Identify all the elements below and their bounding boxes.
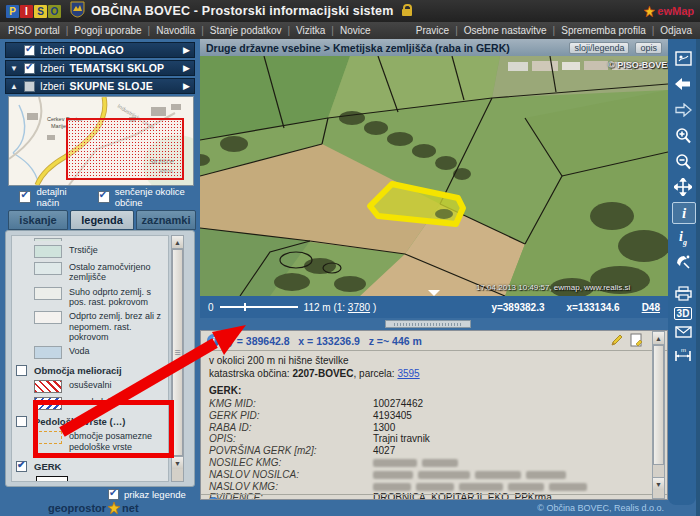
title-bar: P I S O OBČINA BOVEC - Prostorski inform… bbox=[0, 0, 700, 22]
breadcrumb: Druge državne vsebine > Kmetijska zemlji… bbox=[206, 42, 510, 54]
accordion-tematski-sklop[interactable]: ▼ Izberi TEMATSKI SKLOP ▶ bbox=[5, 60, 195, 76]
tematski-checkbox[interactable] bbox=[24, 63, 35, 74]
gerk-pid-value: 4193405 bbox=[373, 410, 412, 421]
povrsina-value: 4027 bbox=[373, 445, 395, 456]
scale-bar: 0 112 m (1: 3780 ) y=389382.3 x=133134.6… bbox=[200, 296, 668, 318]
description-button[interactable]: opis bbox=[635, 42, 662, 54]
pedoloske-checkbox[interactable] bbox=[16, 416, 27, 427]
map-copyright: © PISO-BOVEC bbox=[608, 60, 674, 70]
legend-group-gerk: GERK bbox=[16, 461, 166, 472]
legend-item: Voda bbox=[34, 346, 166, 359]
pan-tool[interactable] bbox=[672, 177, 694, 197]
ewmap-star-icon bbox=[644, 6, 655, 17]
scroll-down-icon[interactable]: ▼ bbox=[172, 456, 183, 469]
legend-item: Suho odprto zemlj. s pos. rast. pokrovom bbox=[34, 287, 166, 308]
podlago-checkbox[interactable] bbox=[24, 45, 35, 56]
opis-value: Trajni travnik bbox=[373, 433, 430, 444]
report-note-icon[interactable] bbox=[630, 333, 643, 349]
legend-scrollbar[interactable]: ▲ ☰ ▼ bbox=[171, 235, 184, 482]
edit-pencil-icon[interactable] bbox=[610, 333, 624, 349]
menu-navodila[interactable]: Navodila bbox=[156, 25, 210, 36]
menu-right-group: Pravice Osebne nastavitve Sprememba prof… bbox=[416, 25, 692, 36]
map-options: detajlni način senčenje okolice občine bbox=[8, 189, 196, 205]
detail-mode-checkbox[interactable] bbox=[19, 191, 31, 203]
scroll-down-icon[interactable]: ▼ bbox=[653, 477, 664, 490]
scroll-up-icon[interactable]: ▲ bbox=[172, 236, 183, 249]
scroll-up-icon[interactable]: ▲ bbox=[653, 332, 664, 345]
legend-swatch bbox=[34, 245, 62, 258]
accordion-podlago[interactable]: Izberi PODLAGO ▶ bbox=[5, 42, 195, 58]
expand-right-icon[interactable]: ▶ bbox=[183, 81, 190, 91]
tab-legenda[interactable]: legenda bbox=[70, 210, 134, 230]
map-breadcrumb-bar: Druge državne vsebine > Kmetijska zemlji… bbox=[200, 39, 668, 56]
info-icon: i bbox=[207, 334, 220, 347]
collapse-icon[interactable]: ▼ bbox=[10, 64, 19, 73]
datum-link[interactable]: D48 bbox=[642, 302, 660, 313]
menu-odjava[interactable]: Odjava bbox=[660, 25, 692, 36]
scrollbar-thumb[interactable]: ☰ bbox=[172, 249, 183, 456]
gps-tool[interactable] bbox=[672, 252, 694, 272]
mail-tool[interactable] bbox=[672, 322, 694, 342]
parcel-link[interactable]: 3595 bbox=[397, 368, 419, 379]
gerk-checkbox[interactable] bbox=[16, 461, 27, 472]
legend-swatch bbox=[34, 262, 62, 275]
redacted-value bbox=[373, 481, 592, 492]
info-scrollbar[interactable]: ▲ ▼ bbox=[652, 331, 665, 499]
layers-legend-button[interactable]: sloji/legenda bbox=[569, 42, 629, 54]
measure-tool[interactable]: m bbox=[672, 345, 694, 365]
tab-iskanje[interactable]: iskanje bbox=[8, 210, 68, 230]
show-legend-checkbox[interactable] bbox=[108, 489, 119, 500]
back-arrow-tool[interactable] bbox=[672, 74, 694, 94]
cursor-y-coordinate: y=389382.3 bbox=[491, 302, 544, 313]
panel-splitter[interactable] bbox=[385, 320, 471, 328]
minimap-extent-rectangle[interactable] bbox=[67, 119, 183, 179]
clicked-coordinates: y = 389642.8 x = 133236.9 z =~ 446 m bbox=[228, 335, 422, 347]
ewmap-logo: ewMap bbox=[644, 5, 694, 17]
menu-stanje-podatkov[interactable]: Stanje podatkov bbox=[210, 25, 296, 36]
identify-tool[interactable]: i bbox=[672, 202, 696, 224]
legend-swatch bbox=[34, 287, 62, 300]
piso-logo: P bbox=[6, 5, 19, 18]
scale-line bbox=[220, 306, 298, 308]
scrollbar-thumb[interactable] bbox=[653, 345, 664, 465]
legend-item: območje posamezne pedološke vrste bbox=[34, 431, 166, 452]
redacted-value bbox=[373, 457, 463, 468]
skupni-checkbox[interactable] bbox=[24, 81, 35, 92]
menu-bar: PISO portal Pogoji uporabe Navodila Stan… bbox=[0, 22, 700, 39]
menu-osebne-nastavitve[interactable]: Osebne nastavitve bbox=[464, 25, 561, 36]
forward-arrow-tool[interactable] bbox=[672, 100, 694, 120]
shade-surroundings-label: senčenje okolice občine bbox=[115, 186, 196, 208]
accordion-skupni-sloji[interactable]: ▲ Izberi SKUPNE SLOJE ▶ bbox=[5, 78, 195, 94]
cadastre-line: katastrska občina: 2207-BOVEC, parcela: … bbox=[209, 368, 649, 379]
shade-surroundings-checkbox[interactable] bbox=[98, 191, 110, 203]
menu-novice[interactable]: Novice bbox=[340, 25, 371, 36]
svg-text:m: m bbox=[681, 347, 686, 353]
expand-icon[interactable]: ▲ bbox=[10, 82, 19, 91]
detail-mode-label: detajlni način bbox=[36, 186, 81, 208]
menu-pogoji-uporabe[interactable]: Pogoji uporabe bbox=[74, 25, 156, 36]
overview-map-tool[interactable] bbox=[672, 48, 694, 68]
scale-ratio-link[interactable]: 3780 bbox=[348, 302, 370, 313]
identify-group-tool[interactable]: ig bbox=[672, 228, 694, 248]
zoom-in-tool[interactable] bbox=[672, 125, 694, 145]
raba-id-value: 1300 bbox=[373, 422, 395, 433]
menu-vizitka[interactable]: Vizitka bbox=[296, 25, 340, 36]
legend-item: namakalni bbox=[34, 397, 166, 410]
feature-info-panel: i y = 389642.8 x = 133236.9 z =~ 446 m v… bbox=[200, 330, 668, 500]
menu-sprememba-profila[interactable]: Sprememba profila bbox=[561, 25, 660, 36]
menu-piso-portal[interactable]: PISO portal bbox=[8, 25, 74, 36]
3d-view-tool[interactable]: 3D bbox=[672, 303, 694, 323]
tab-zaznamki[interactable]: zaznamki bbox=[136, 210, 196, 230]
print-tool[interactable] bbox=[672, 283, 694, 303]
expand-right-icon[interactable]: ▶ bbox=[183, 63, 190, 73]
gerk-swatch bbox=[36, 476, 68, 482]
zoom-out-tool[interactable] bbox=[672, 151, 694, 171]
melioracije-checkbox[interactable] bbox=[16, 365, 27, 376]
piso-app: P I S O OBČINA BOVEC - Prostorski inform… bbox=[0, 0, 700, 516]
expand-right-icon[interactable]: ▶ bbox=[183, 45, 190, 55]
overview-map[interactable]: Cerkev Device Marije ... Industrijska ce… bbox=[8, 96, 194, 186]
legend-swatch-dashed bbox=[34, 431, 62, 444]
menu-pravice[interactable]: Pravice bbox=[416, 25, 464, 36]
map-view[interactable] bbox=[200, 56, 668, 296]
legend-item: Ostalo zamočvirjeno zemljišče bbox=[34, 262, 166, 283]
